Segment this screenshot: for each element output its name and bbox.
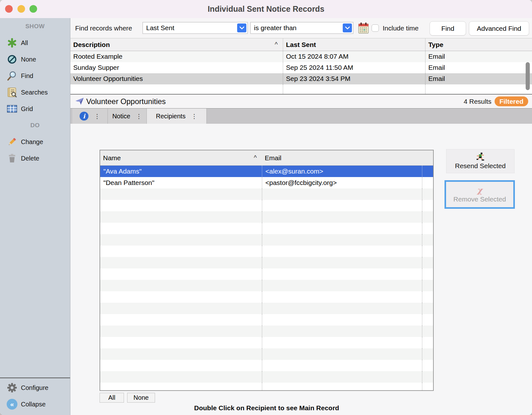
empty-cell <box>262 348 422 360</box>
empty-cell <box>100 383 262 391</box>
sidebar-item-label: Searches <box>21 89 48 96</box>
description-cell: Volunteer Opportunities <box>70 73 283 84</box>
tab-menu-icon[interactable]: ⋮ <box>136 113 142 119</box>
empty-cell <box>262 257 422 268</box>
table-row[interactable]: Volunteer OpportunitiesSep 23 2024 3:54 … <box>70 73 532 84</box>
tab-info[interactable]: i ⋮ <box>72 109 108 124</box>
column-header-description[interactable]: Description ^ <box>70 38 283 51</box>
sidebar-item-collapse[interactable]: « Collapse <box>0 396 70 412</box>
detail-title: Volunteer Opportunities <box>86 95 166 108</box>
last-sent-cell: Oct 15 2024 8:07 AM <box>283 51 425 62</box>
chevron-down-icon <box>237 23 246 32</box>
empty-row <box>100 337 433 348</box>
tab-menu-icon[interactable]: ⋮ <box>191 113 197 119</box>
empty-cell <box>262 280 422 291</box>
sidebar-item-delete[interactable]: Delete <box>0 150 70 167</box>
empty-cell <box>100 200 262 211</box>
sidebar-item-label: Configure <box>21 384 49 392</box>
type-cell: Email <box>425 73 532 84</box>
empty-cell <box>422 246 433 257</box>
empty-cell <box>422 200 433 211</box>
recipients-table-body: "Ava Adams"<alex@suran.com>"Dean Patters… <box>100 166 433 391</box>
find-bar: Find records where Last Sent is greater … <box>70 18 532 38</box>
last-sent-cell: Sep 25 2024 11:50 AM <box>283 62 425 73</box>
tab-menu-icon[interactable]: ⋮ <box>94 113 100 119</box>
asterisk-icon <box>6 38 18 48</box>
remove-x-icon: χ <box>477 186 482 194</box>
column-header-email[interactable]: Email <box>262 150 422 165</box>
vertical-scrollbar-thumb[interactable] <box>526 62 530 90</box>
empty-row <box>100 291 433 303</box>
empty-row <box>100 211 433 223</box>
select-all-button[interactable]: All <box>100 393 124 403</box>
empty-row <box>100 188 433 200</box>
recipients-table: Name ^ Email "Ava Adams"<alex@suran.com>… <box>100 150 434 391</box>
include-time-checkbox[interactable] <box>372 24 379 32</box>
sidebar-item-searches[interactable]: Searches <box>0 84 70 101</box>
empty-cell <box>422 257 433 268</box>
empty-cell <box>422 268 433 280</box>
tab-recipients[interactable]: Recipients ⋮ <box>147 109 207 124</box>
sidebar-item-find[interactable]: Find <box>0 68 70 84</box>
empty-row <box>100 280 433 291</box>
sidebar-item-configure[interactable]: Configure <box>0 379 70 396</box>
empty-cell <box>422 303 433 314</box>
empty-cell <box>422 234 433 246</box>
empty-cell <box>100 291 262 303</box>
empty-cell <box>422 326 433 337</box>
empty-row <box>100 257 433 268</box>
resend-selected-button[interactable]: Resend Selected <box>446 149 515 173</box>
table-row[interactable]: "Dean Patterson"<pastor@fccbigcity.org> <box>100 177 433 188</box>
empty-cell <box>422 371 433 383</box>
empty-row <box>100 348 433 360</box>
select-none-button[interactable]: None <box>127 393 155 403</box>
column-header-name[interactable]: Name ^ <box>100 150 262 165</box>
table-row[interactable]: Sunday SupperSep 25 2024 11:50 AMEmail <box>70 62 532 73</box>
empty-cell <box>422 337 433 348</box>
column-header-last-sent[interactable]: Last Sent <box>283 38 425 51</box>
column-header-type[interactable]: Type <box>425 38 532 51</box>
empty-cell <box>100 303 262 314</box>
sidebar-item-label: Delete <box>21 155 39 162</box>
sidebar-item-change[interactable]: Change <box>0 134 70 150</box>
operator-dropdown[interactable]: is greater than <box>250 22 354 34</box>
filtered-badge[interactable]: Filtered <box>495 96 528 106</box>
records-table-header: Description ^ Last Sent Type <box>70 38 532 51</box>
sidebar-item-grid[interactable]: Grid <box>0 101 70 117</box>
empty-row <box>100 383 433 391</box>
table-row[interactable]: Rooted ExampleOct 15 2024 8:07 AMEmail <box>70 51 532 62</box>
records-table-body: Rooted ExampleOct 15 2024 8:07 AMEmailSu… <box>70 51 532 94</box>
records-table: Description ^ Last Sent Type Rooted Exam… <box>70 38 532 94</box>
empty-cell <box>262 188 422 200</box>
type-cell: Email <box>425 51 532 62</box>
empty-cell <box>100 326 262 337</box>
empty-cell <box>422 348 433 360</box>
sort-ascending-icon: ^ <box>254 150 257 165</box>
sidebar-item-label: Grid <box>21 105 33 113</box>
sidebar-item-none[interactable]: None <box>0 51 70 68</box>
empty-cell <box>100 360 262 371</box>
empty-cell <box>422 280 433 291</box>
empty-row <box>100 234 433 246</box>
include-time-label: Include time <box>383 18 418 38</box>
sidebar: SHOW All None <box>0 18 70 415</box>
empty-cell <box>100 371 262 383</box>
empty-row <box>100 303 433 314</box>
slashed-circle-icon <box>6 54 18 64</box>
field-dropdown[interactable]: Last Sent <box>142 22 248 34</box>
do-section-header: DO <box>0 117 70 134</box>
calendar-icon[interactable] <box>358 22 369 34</box>
empty-cell <box>100 337 262 348</box>
advanced-find-button[interactable]: Advanced Find <box>469 21 529 36</box>
type-cell: Email <box>425 62 532 73</box>
empty-row <box>100 360 433 371</box>
remove-selected-button[interactable]: χ Remove Selected <box>444 180 515 209</box>
find-button[interactable]: Find <box>430 21 466 36</box>
grid-icon <box>6 104 18 114</box>
empty-cell <box>262 337 422 348</box>
empty-cell <box>100 188 262 200</box>
empty-cell <box>425 84 532 94</box>
sidebar-item-all[interactable]: All <box>0 35 70 51</box>
table-row[interactable]: "Ava Adams"<alex@suran.com> <box>100 166 433 177</box>
tab-notice[interactable]: Notice ⋮ <box>108 109 147 124</box>
